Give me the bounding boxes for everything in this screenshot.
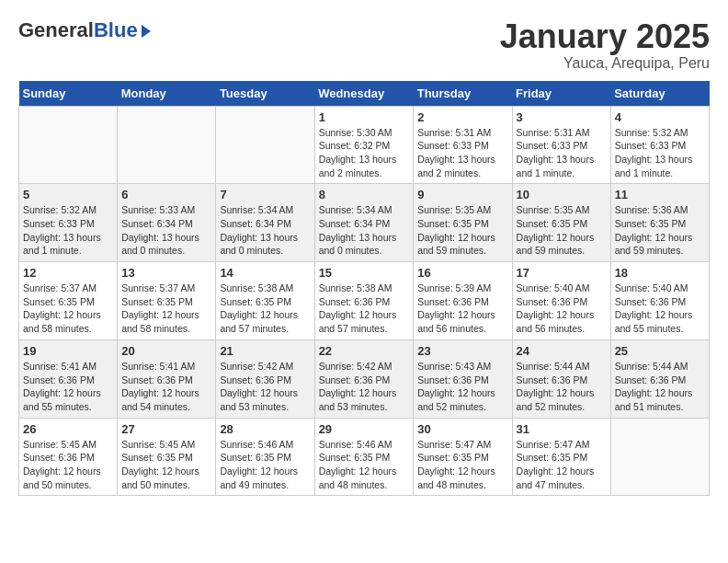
weekday-header: Saturday — [610, 81, 709, 107]
day-info: Sunrise: 5:47 AMSunset: 6:35 PMDaylight:… — [517, 438, 607, 492]
calendar-cell — [610, 418, 709, 496]
day-number: 28 — [220, 422, 310, 436]
calendar-cell: 1Sunrise: 5:30 AMSunset: 6:32 PMDaylight… — [314, 106, 414, 184]
calendar-cell: 13Sunrise: 5:37 AMSunset: 6:35 PMDayligh… — [118, 262, 216, 340]
day-info: Sunrise: 5:35 AMSunset: 6:35 PMDaylight:… — [417, 203, 507, 258]
day-number: 23 — [417, 344, 507, 358]
calendar-cell: 19Sunrise: 5:41 AMSunset: 6:36 PMDayligh… — [19, 339, 118, 418]
day-info: Sunrise: 5:44 AMSunset: 6:36 PMDaylight:… — [517, 360, 607, 414]
day-number: 25 — [615, 344, 705, 358]
calendar-cell: 2Sunrise: 5:31 AMSunset: 6:33 PMDaylight… — [414, 106, 512, 184]
calendar-cell — [216, 106, 314, 184]
weekday-header: Sunday — [19, 81, 118, 107]
day-number: 26 — [23, 422, 113, 436]
calendar-week-row: 19Sunrise: 5:41 AMSunset: 6:36 PMDayligh… — [19, 339, 710, 418]
calendar-cell: 3Sunrise: 5:31 AMSunset: 6:33 PMDaylight… — [512, 106, 610, 184]
calendar-cell: 30Sunrise: 5:47 AMSunset: 6:35 PMDayligh… — [414, 418, 512, 496]
day-info: Sunrise: 5:44 AMSunset: 6:36 PMDaylight:… — [615, 360, 705, 414]
calendar-cell: 28Sunrise: 5:46 AMSunset: 6:35 PMDayligh… — [216, 418, 314, 496]
calendar-cell: 25Sunrise: 5:44 AMSunset: 6:36 PMDayligh… — [610, 339, 709, 418]
calendar-header-row: SundayMondayTuesdayWednesdayThursdayFrid… — [19, 81, 710, 107]
calendar-week-row: 12Sunrise: 5:37 AMSunset: 6:35 PMDayligh… — [19, 262, 710, 340]
day-number: 2 — [417, 110, 507, 124]
day-number: 29 — [319, 422, 410, 436]
day-number: 14 — [220, 266, 310, 280]
weekday-header: Friday — [512, 81, 610, 107]
calendar-cell: 9Sunrise: 5:35 AMSunset: 6:35 PMDaylight… — [414, 184, 512, 262]
day-number: 17 — [517, 266, 607, 280]
day-info: Sunrise: 5:31 AMSunset: 6:33 PMDaylight:… — [517, 126, 607, 180]
day-info: Sunrise: 5:35 AMSunset: 6:35 PMDaylight:… — [517, 203, 607, 258]
day-info: Sunrise: 5:45 AMSunset: 6:35 PMDaylight:… — [121, 438, 211, 492]
day-info: Sunrise: 5:43 AMSunset: 6:36 PMDaylight:… — [417, 360, 507, 414]
day-info: Sunrise: 5:31 AMSunset: 6:33 PMDaylight:… — [417, 126, 507, 180]
day-info: Sunrise: 5:46 AMSunset: 6:35 PMDaylight:… — [220, 438, 310, 492]
logo: General Blue — [18, 18, 151, 42]
day-number: 20 — [121, 344, 211, 358]
day-number: 9 — [417, 188, 507, 201]
day-info: Sunrise: 5:45 AMSunset: 6:36 PMDaylight:… — [23, 438, 113, 492]
day-info: Sunrise: 5:38 AMSunset: 6:36 PMDaylight:… — [319, 282, 410, 336]
day-number: 6 — [121, 188, 211, 201]
calendar-cell: 26Sunrise: 5:45 AMSunset: 6:36 PMDayligh… — [19, 418, 118, 496]
day-info: Sunrise: 5:39 AMSunset: 6:36 PMDaylight:… — [417, 282, 507, 336]
calendar-week-row: 26Sunrise: 5:45 AMSunset: 6:36 PMDayligh… — [19, 418, 710, 496]
calendar-cell: 23Sunrise: 5:43 AMSunset: 6:36 PMDayligh… — [414, 339, 512, 418]
day-number: 15 — [319, 266, 410, 280]
day-info: Sunrise: 5:47 AMSunset: 6:35 PMDaylight:… — [417, 438, 507, 492]
day-number: 12 — [23, 266, 113, 280]
day-number: 7 — [220, 188, 310, 201]
day-info: Sunrise: 5:40 AMSunset: 6:36 PMDaylight:… — [517, 282, 607, 336]
day-number: 31 — [517, 422, 607, 436]
calendar-cell: 10Sunrise: 5:35 AMSunset: 6:35 PMDayligh… — [512, 184, 610, 262]
day-number: 5 — [23, 188, 113, 201]
weekday-header: Thursday — [414, 81, 512, 107]
calendar-table: SundayMondayTuesdayWednesdayThursdayFrid… — [18, 81, 710, 497]
calendar-cell: 11Sunrise: 5:36 AMSunset: 6:35 PMDayligh… — [610, 184, 709, 262]
weekday-header: Tuesday — [216, 81, 314, 107]
calendar-cell: 20Sunrise: 5:41 AMSunset: 6:36 PMDayligh… — [118, 339, 216, 418]
day-info: Sunrise: 5:38 AMSunset: 6:35 PMDaylight:… — [220, 282, 310, 336]
day-number: 4 — [615, 110, 705, 124]
day-info: Sunrise: 5:41 AMSunset: 6:36 PMDaylight:… — [23, 360, 113, 414]
day-number: 10 — [517, 188, 607, 201]
day-info: Sunrise: 5:33 AMSunset: 6:34 PMDaylight:… — [121, 203, 211, 258]
day-info: Sunrise: 5:32 AMSunset: 6:33 PMDaylight:… — [23, 203, 113, 258]
day-info: Sunrise: 5:36 AMSunset: 6:35 PMDaylight:… — [615, 203, 705, 258]
day-info: Sunrise: 5:34 AMSunset: 6:34 PMDaylight:… — [319, 203, 410, 258]
calendar-cell: 15Sunrise: 5:38 AMSunset: 6:36 PMDayligh… — [314, 262, 414, 340]
day-number: 22 — [319, 344, 410, 358]
calendar-cell: 17Sunrise: 5:40 AMSunset: 6:36 PMDayligh… — [512, 262, 610, 340]
day-info: Sunrise: 5:40 AMSunset: 6:36 PMDaylight:… — [615, 282, 705, 336]
day-number: 27 — [121, 422, 211, 436]
calendar-cell: 8Sunrise: 5:34 AMSunset: 6:34 PMDaylight… — [314, 184, 414, 262]
calendar-cell: 6Sunrise: 5:33 AMSunset: 6:34 PMDaylight… — [118, 184, 216, 262]
calendar-week-row: 5Sunrise: 5:32 AMSunset: 6:33 PMDaylight… — [19, 184, 710, 262]
calendar-cell: 5Sunrise: 5:32 AMSunset: 6:33 PMDaylight… — [19, 184, 118, 262]
page-header: General Blue January 2025 Yauca, Arequip… — [18, 18, 710, 72]
calendar-cell: 29Sunrise: 5:46 AMSunset: 6:35 PMDayligh… — [314, 418, 414, 496]
day-info: Sunrise: 5:34 AMSunset: 6:34 PMDaylight:… — [220, 203, 310, 258]
logo-blue-text: Blue — [94, 18, 138, 42]
day-info: Sunrise: 5:41 AMSunset: 6:36 PMDaylight:… — [121, 360, 211, 414]
calendar-cell: 18Sunrise: 5:40 AMSunset: 6:36 PMDayligh… — [610, 262, 709, 340]
calendar-cell: 31Sunrise: 5:47 AMSunset: 6:35 PMDayligh… — [512, 418, 610, 496]
calendar-cell: 7Sunrise: 5:34 AMSunset: 6:34 PMDaylight… — [216, 184, 314, 262]
day-number: 21 — [220, 344, 310, 358]
calendar-cell: 27Sunrise: 5:45 AMSunset: 6:35 PMDayligh… — [118, 418, 216, 496]
calendar-cell: 14Sunrise: 5:38 AMSunset: 6:35 PMDayligh… — [216, 262, 314, 340]
day-number: 19 — [23, 344, 113, 358]
calendar-cell — [19, 106, 118, 184]
day-number: 18 — [615, 266, 705, 280]
calendar-week-row: 1Sunrise: 5:30 AMSunset: 6:32 PMDaylight… — [19, 106, 710, 184]
title-block: January 2025 Yauca, Arequipa, Peru — [500, 18, 710, 72]
calendar-cell: 24Sunrise: 5:44 AMSunset: 6:36 PMDayligh… — [512, 339, 610, 418]
page-subtitle: Yauca, Arequipa, Peru — [500, 55, 710, 72]
logo-general-text: General — [18, 18, 94, 42]
day-number: 11 — [615, 188, 705, 201]
day-number: 30 — [417, 422, 507, 436]
day-info: Sunrise: 5:30 AMSunset: 6:32 PMDaylight:… — [319, 126, 410, 180]
weekday-header: Wednesday — [314, 81, 414, 107]
day-number: 8 — [319, 188, 410, 201]
calendar-cell: 4Sunrise: 5:32 AMSunset: 6:33 PMDaylight… — [610, 106, 709, 184]
